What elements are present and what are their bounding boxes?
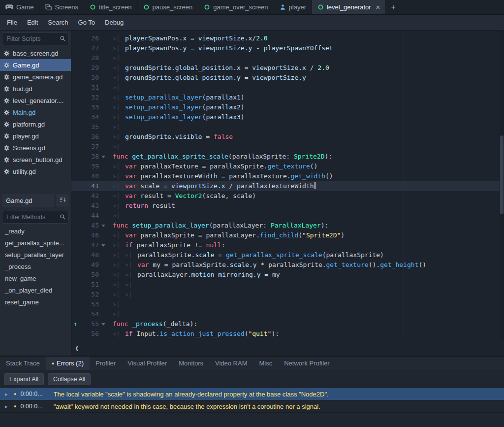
code-line[interactable]: 43»|return result <box>71 201 504 211</box>
script-list-item[interactable]: player.gd <box>0 130 71 142</box>
line-number: 49 <box>79 260 99 270</box>
collapse-all-button[interactable]: Collapse All <box>48 373 91 385</box>
method-list-item[interactable]: _process <box>0 261 71 273</box>
code-line[interactable]: 32»|setup_parallax_layer(parallax1) <box>71 93 504 102</box>
scene-tab-player[interactable]: player <box>274 0 312 14</box>
menu-debug[interactable]: Debug <box>100 19 128 26</box>
script-list-item[interactable]: hud.gd <box>0 83 71 95</box>
code-line[interactable]: 31»| <box>71 83 504 93</box>
token-id: parallaxLayer <box>213 222 263 229</box>
fold-arrow-icon[interactable] <box>99 152 108 162</box>
error-row[interactable]: ▸●0:00:0...The local variable "scale" is… <box>0 388 504 400</box>
token-op: * <box>257 261 268 268</box>
scene-tab-level_generator[interactable]: level_generator× <box>312 0 386 14</box>
code-line[interactable]: 33»|setup_parallax_layer(parallax2) <box>71 102 504 112</box>
script-list-item[interactable]: platform.gd <box>0 118 71 130</box>
gamepad-icon <box>5 4 13 10</box>
script-list-item[interactable]: Game.gd <box>0 59 71 71</box>
expand-arrow-icon[interactable]: ▸ <box>5 403 10 410</box>
debugger-tab-video-ram[interactable]: Video RAM <box>209 357 253 370</box>
gear-icon <box>3 168 10 175</box>
fold-arrow-icon[interactable] <box>99 221 108 230</box>
method-list-item[interactable]: setup_parallax_layer <box>0 249 71 261</box>
debugger-tab-misc[interactable]: Misc <box>253 357 279 370</box>
code-line[interactable]: 42»|var result = Vector2(scale, scale) <box>71 191 504 201</box>
scene-tab-title_screen[interactable]: title_screen <box>84 0 137 14</box>
script-list-item[interactable]: base_screen.gd <box>0 47 71 59</box>
debugger-tab-visual-profiler[interactable]: Visual Profiler <box>122 357 173 370</box>
menu-file[interactable]: File <box>2 19 22 26</box>
menu-search[interactable]: Search <box>43 19 73 26</box>
fold-arrow-icon[interactable] <box>99 240 108 250</box>
expand-arrow-icon[interactable]: ▸ <box>5 391 10 397</box>
code-line[interactable]: 51»|»| <box>71 280 504 290</box>
code-line[interactable]: 56»|if Input.is_action_just_pressed("qui… <box>71 329 504 339</box>
code-line[interactable]: 40»|var parallaxTextureWidth = parallaxT… <box>71 171 504 181</box>
code-line[interactable]: 27»|playerSpawnPos.y = viewportSize.y - … <box>71 43 504 53</box>
scene-tab-Screens[interactable]: Screens <box>39 0 84 14</box>
script-list-item[interactable]: Main.gd <box>0 106 71 118</box>
debugger-tab-network-profiler[interactable]: Network Profiler <box>278 357 335 370</box>
code-line[interactable]: 44»| <box>71 211 504 221</box>
code-line[interactable]: 50»|»|parallaxLayer.motion_mirroring.y =… <box>71 270 504 280</box>
method-list-item[interactable]: get_parallax_sprite... <box>0 237 71 249</box>
code-line[interactable]: 47»|if parallaxSprite != null: <box>71 240 504 250</box>
error-row[interactable]: ▸●0:00:0..."await" keyword not needed in… <box>0 400 504 413</box>
code-line[interactable]: 46»|var parallaxSprite = parallaxLayer.f… <box>71 230 504 240</box>
filter-scripts-input[interactable] <box>2 33 69 45</box>
script-list-item[interactable]: level_generator.... <box>0 95 71 106</box>
menu-go-to[interactable]: Go To <box>73 19 100 26</box>
debugger-tab-stack-trace[interactable]: Stack Trace <box>0 357 46 370</box>
code-line[interactable]: 36»|groundSprite.visible = false <box>71 132 504 142</box>
code-line[interactable]: 37»| <box>71 142 504 152</box>
method-list-item[interactable]: reset_game <box>0 296 71 308</box>
token-kw: func <box>113 153 132 160</box>
debugger-tab-monitors[interactable]: Monitors <box>173 357 209 370</box>
token-kw: func <box>113 320 132 328</box>
filter-methods-input[interactable] <box>2 211 69 224</box>
code-line[interactable]: 41»|var scale = viewportSize.x / paralla… <box>71 181 504 191</box>
script-list-item[interactable]: game_camera.gd <box>0 71 71 83</box>
code-line[interactable]: 49»|»|var my = parallaxSprite.scale.y * … <box>71 260 504 270</box>
code-line[interactable]: 52»|»| <box>71 290 504 299</box>
method-list-item[interactable]: _on_player_died <box>0 285 71 296</box>
method-list-item[interactable]: _ready <box>0 226 71 237</box>
code-line[interactable]: 34»|setup_parallax_layer(parallax3) <box>71 112 504 122</box>
code-line[interactable]: 28»| <box>71 53 504 63</box>
script-list: base_screen.gdGame.gdgame_camera.gdhud.g… <box>0 47 71 177</box>
code-line[interactable]: 48»|»|parallaxSprite.scale = get_paralla… <box>71 250 504 260</box>
script-list-item[interactable]: screen_button.gd <box>0 154 71 165</box>
code-line[interactable]: 38func get_parallax_sprite_scale(paralla… <box>71 152 504 162</box>
menu-edit[interactable]: Edit <box>22 19 43 26</box>
scrollbar-thumb[interactable] <box>500 135 504 214</box>
collapse-scripts-chevron[interactable]: ‹ <box>75 339 79 355</box>
code-line[interactable]: 54»| <box>71 309 504 319</box>
debugger-tab-errors-2-[interactable]: ●Errors (2) <box>46 357 90 370</box>
token-op: ) <box>341 231 345 239</box>
code-line[interactable]: 29»|groundSprite.global_position.x = vie… <box>71 63 504 73</box>
scene-tab-game_over_screen[interactable]: game_over_screen <box>198 0 274 14</box>
code-area[interactable]: 26»|playerSpawnPos.x = viewportSize.x/2.… <box>71 31 504 339</box>
fold-gutter <box>99 299 108 309</box>
scene-tab-pause_screen[interactable]: pause_screen <box>138 0 199 14</box>
fold-arrow-icon[interactable] <box>99 319 108 329</box>
code-line[interactable]: 39»|var parallaxTexture = parallaxSprite… <box>71 162 504 171</box>
add-scene-tab-button[interactable]: + <box>386 0 400 14</box>
method-list-item[interactable]: new_game <box>0 273 71 285</box>
debugger-tab-profiler[interactable]: Profiler <box>90 357 122 370</box>
scene-tab-Game[interactable]: Game <box>0 0 39 14</box>
errors-toolbar: Expand AllCollapse All <box>0 370 504 388</box>
code-line[interactable]: 35»| <box>71 122 504 132</box>
code-line[interactable]: 45func setup_parallax_layer(parallaxLaye… <box>71 221 504 230</box>
script-list-item[interactable]: Screens.gd <box>0 142 71 154</box>
sort-methods-button[interactable] <box>56 194 69 207</box>
code-line[interactable]: 30»|groundSprite.global_position.y = vie… <box>71 73 504 83</box>
code-line[interactable]: 53»| <box>71 299 504 309</box>
editor-scrollbar[interactable] <box>500 31 504 339</box>
close-icon[interactable]: × <box>376 3 380 11</box>
code-line[interactable]: 26»|playerSpawnPos.x = viewportSize.x/2.… <box>71 33 504 43</box>
code-line[interactable]: ↑55func _process(_delta): <box>71 319 504 329</box>
script-list-item[interactable]: utility.gd <box>0 165 71 177</box>
token-op: = <box>187 34 198 42</box>
expand-all-button[interactable]: Expand All <box>4 373 44 385</box>
